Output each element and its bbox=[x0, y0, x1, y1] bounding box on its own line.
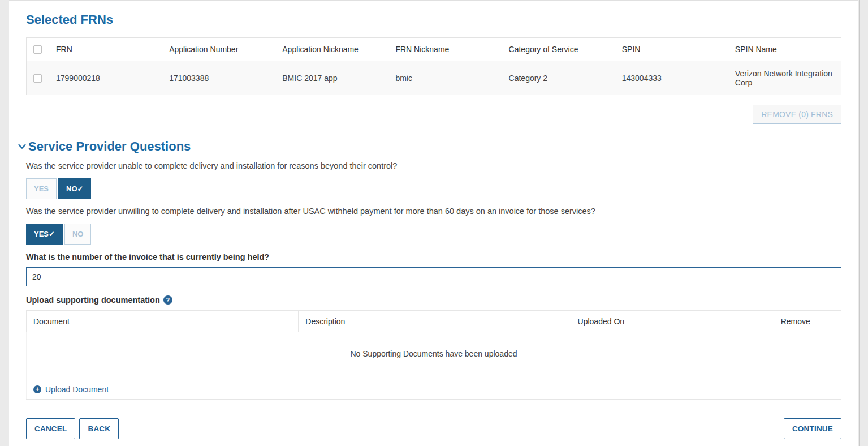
col-description: Description bbox=[299, 311, 571, 332]
cell-application-number: 171003388 bbox=[162, 61, 275, 95]
select-all-cell bbox=[27, 38, 49, 61]
continue-button[interactable]: CONTINUE bbox=[784, 418, 841, 439]
q2-yes-label: YES bbox=[34, 230, 49, 238]
left-gutter bbox=[0, 0, 8, 446]
table-row: 1799000218 171003388 BMIC 2017 app bmic … bbox=[27, 61, 841, 95]
col-category-of-service: Category of Service bbox=[502, 38, 615, 61]
col-frn-nickname: FRN Nickname bbox=[388, 38, 502, 61]
frn-table-header-row: FRN Application Number Application Nickn… bbox=[27, 38, 841, 61]
question1-toggle: YESNO✓ bbox=[26, 178, 841, 199]
question2-toggle: YES✓NO bbox=[26, 224, 841, 245]
cell-application-nickname: BMIC 2017 app bbox=[275, 61, 388, 95]
main-content: Selected FRNs FRN Application Number App… bbox=[9, 0, 858, 446]
cell-spin: 143004333 bbox=[615, 61, 728, 95]
section-title-text: Service Provider Questions bbox=[28, 139, 191, 154]
cell-frn: 1799000218 bbox=[49, 61, 162, 95]
cancel-button[interactable]: CANCEL bbox=[26, 418, 75, 439]
question1-yes-button[interactable]: YES bbox=[26, 178, 57, 199]
q1-no-check-icon: ✓ bbox=[77, 185, 84, 193]
empty-state-message: No Supporting Documents have been upload… bbox=[27, 332, 841, 379]
selected-frns-table: FRN Application Number Application Nickn… bbox=[26, 37, 841, 95]
q2-no-label: NO bbox=[72, 230, 84, 238]
cell-spin-name: Verizon Network Integration Corp bbox=[728, 61, 841, 95]
footer-divider bbox=[26, 408, 841, 408]
cell-category-of-service: Category 2 bbox=[502, 61, 615, 95]
col-application-nickname: Application Nickname bbox=[275, 38, 388, 61]
upload-link-row: + Upload Document bbox=[27, 379, 841, 400]
upload-document-link[interactable]: + Upload Document bbox=[33, 385, 109, 394]
question2-no-button[interactable]: NO bbox=[64, 224, 92, 245]
question1-text: Was the service provider unable to compl… bbox=[26, 161, 841, 170]
remove-frns-button[interactable]: REMOVE (0) FRNS bbox=[753, 105, 841, 124]
page-title: Selected FRNs bbox=[26, 12, 841, 27]
service-provider-questions-heading: Service Provider Questions bbox=[26, 139, 841, 154]
question2-text: Was the service provider unwilling to co… bbox=[26, 207, 841, 216]
upload-documents-table: Document Description Uploaded On Remove … bbox=[26, 310, 841, 400]
q1-no-label: NO bbox=[66, 185, 77, 193]
upload-table-header-row: Document Description Uploaded On Remove bbox=[27, 311, 841, 332]
page: Selected FRNs FRN Application Number App… bbox=[0, 0, 868, 446]
upload-documentation-heading: Upload supporting documentation ? bbox=[26, 295, 841, 305]
row-checkbox-cell bbox=[27, 61, 49, 95]
select-all-checkbox[interactable] bbox=[33, 45, 42, 54]
q1-yes-label: YES bbox=[34, 185, 49, 193]
help-icon[interactable]: ? bbox=[163, 295, 172, 305]
col-application-number: Application Number bbox=[162, 38, 275, 61]
col-frn: FRN bbox=[49, 38, 162, 61]
back-button[interactable]: BACK bbox=[79, 418, 119, 439]
right-gutter bbox=[859, 0, 868, 446]
chevron-down-icon[interactable] bbox=[18, 144, 26, 149]
question2-yes-button[interactable]: YES✓ bbox=[26, 224, 63, 245]
col-document: Document bbox=[27, 311, 299, 332]
invoice-number-input[interactable] bbox=[26, 267, 841, 286]
q2-yes-check-icon: ✓ bbox=[49, 230, 55, 238]
question1-no-button[interactable]: NO✓ bbox=[58, 178, 91, 199]
empty-state-row: No Supporting Documents have been upload… bbox=[27, 332, 841, 379]
row-checkbox[interactable] bbox=[33, 74, 42, 83]
upload-heading-text: Upload supporting documentation bbox=[26, 295, 160, 305]
upload-document-label: Upload Document bbox=[45, 385, 109, 394]
plus-circle-icon: + bbox=[33, 385, 41, 393]
col-spin-name: SPIN Name bbox=[728, 38, 841, 61]
col-uploaded-on: Uploaded On bbox=[571, 311, 750, 332]
remove-button-row: REMOVE (0) FRNS bbox=[26, 105, 841, 124]
col-remove: Remove bbox=[750, 311, 841, 332]
cell-frn-nickname: bmic bbox=[388, 61, 502, 95]
invoice-number-label: What is the number of the invoice that i… bbox=[26, 252, 841, 261]
footer-actions: CANCEL BACK CONTINUE bbox=[26, 418, 841, 439]
col-spin: SPIN bbox=[615, 38, 728, 61]
